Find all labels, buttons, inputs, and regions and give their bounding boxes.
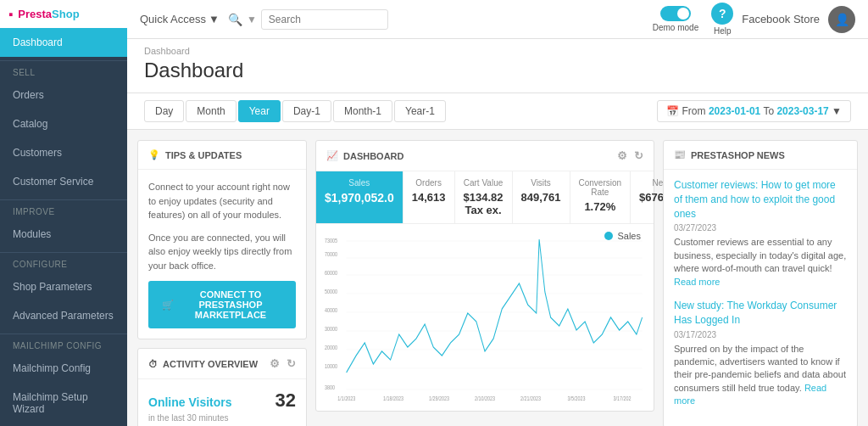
news-header: 📰 PRESTASHOP NEWS (664, 141, 857, 170)
logo-text: ▪ (8, 7, 13, 21)
news-title-1[interactable]: Customer reviews: How to get more of the… (674, 178, 847, 221)
demo-mode-toggle[interactable]: Demo mode (653, 6, 698, 32)
logo-label: PrestaShop (18, 8, 79, 20)
svg-text:73005: 73005 (325, 237, 337, 244)
stat-cart-label: Cart Value (464, 178, 504, 188)
online-visitors-metric: Online Visitors 32 in the last 30 minute… (148, 390, 296, 423)
stat-conversion[interactable]: Conversion Rate 1.72% (570, 171, 632, 223)
refresh-icon[interactable]: ↻ (634, 149, 643, 162)
avatar[interactable]: 👤 (828, 6, 855, 33)
stat-sales-value: $1,970,052.0 (325, 191, 394, 205)
news-text-1: Customer reviews are essential to any bu… (674, 236, 847, 289)
activity-body: Online Visitors 32 in the last 30 minute… (138, 379, 306, 426)
tips-icon: 💡 (148, 149, 160, 160)
news-text-2: Spurred on by the impact of the pandemic… (674, 343, 847, 408)
activity-header: ⏱ ACTIVITY OVERVIEW ⚙ ↻ (138, 349, 306, 379)
news-title-2[interactable]: New study: The Workday Consumer Has Logg… (674, 299, 847, 328)
svg-text:60000: 60000 (325, 269, 337, 276)
news-body: Customer reviews: How to get more of the… (664, 170, 857, 426)
chevron-down-icon: ▼ (209, 13, 220, 25)
activity-actions: ⚙ ↻ (270, 357, 296, 370)
sidebar-item-advanced-parameters[interactable]: Advanced Parameters (0, 301, 127, 330)
read-more-1[interactable]: Read more (674, 277, 720, 287)
chart-legend-dot (604, 232, 613, 240)
quick-access-button[interactable]: Quick Access ▼ (140, 13, 220, 25)
help-icon: ? (711, 3, 733, 25)
svg-text:10000: 10000 (325, 362, 337, 369)
news-item-2: New study: The Workday Consumer Has Logg… (674, 299, 847, 408)
content-body: 💡 TIPS & UPDATES Connect to your account… (127, 130, 868, 426)
tab-month[interactable]: Month (186, 100, 236, 122)
settings-icon[interactable]: ⚙ (270, 357, 280, 370)
svg-text:70000: 70000 (325, 250, 337, 257)
stat-cart-value[interactable]: Cart Value $134.82 Tax ex. (455, 171, 513, 223)
sidebar-item-shop-parameters[interactable]: Shop Parameters (0, 272, 127, 301)
stat-sales-label: Sales (325, 178, 394, 188)
sidebar-item-mailchimp-config[interactable]: Mailchimp Config (0, 354, 127, 383)
svg-text:50000: 50000 (325, 288, 337, 294)
quick-access-label: Quick Access (140, 13, 206, 25)
help-button[interactable]: ? Help (711, 3, 733, 36)
settings-icon[interactable]: ⚙ (617, 149, 627, 162)
svg-text:1/1/2023: 1/1/2023 (337, 395, 355, 401)
tab-day[interactable]: Day (144, 100, 184, 122)
dashboard-card-header: 📈 DASHBOARD ⚙ ↻ (316, 141, 654, 171)
sidebar-section-configure: CONFIGURE (0, 252, 127, 272)
date-filter-bar: Day Month Year Day-1 Month-1 Year-1 📅 Fr… (127, 93, 868, 130)
stat-visits-value: 849,761 (521, 191, 561, 204)
chart-icon: 📈 (326, 150, 338, 161)
stat-conv-label: Conversion Rate (579, 178, 622, 197)
date-range-picker[interactable]: 📅 From 2023-01-01 To 2023-03-17 ▼ (657, 100, 851, 122)
svg-text:3/17/202: 3/17/202 (614, 395, 632, 401)
sidebar-section-sell: SELL (0, 60, 127, 81)
sidebar-item-customer-service[interactable]: Customer Service (0, 167, 127, 196)
svg-text:1/18/2023: 1/18/2023 (383, 395, 403, 401)
svg-text:40000: 40000 (325, 306, 337, 313)
sidebar-section-improve: IMPROVE (0, 199, 127, 220)
sidebar-item-dashboard[interactable]: Dashboard (0, 28, 127, 57)
sidebar-item-orders[interactable]: Orders (0, 81, 127, 109)
tips-text-2: Once you are connected, you will also en… (148, 231, 296, 273)
online-visitors-title[interactable]: Online Visitors (148, 395, 232, 409)
search-dropdown-icon[interactable]: ▼ (247, 14, 257, 25)
stat-orders-label: Orders (412, 178, 446, 188)
search-input[interactable] (261, 9, 388, 30)
sidebar-item-modules[interactable]: Modules (0, 220, 127, 249)
tab-year[interactable]: Year (238, 100, 281, 122)
svg-text:20000: 20000 (325, 344, 337, 350)
left-column: 💡 TIPS & UPDATES Connect to your account… (137, 140, 307, 426)
sidebar-item-catalog[interactable]: Catalog (0, 109, 127, 138)
sidebar-item-mailchimp-wizard[interactable]: Mailchimp Setup Wizard (0, 383, 127, 423)
clock-icon: ⏱ (148, 359, 158, 369)
dashboard-card: 📈 DASHBOARD ⚙ ↻ Sales $1,970,052.0 Order… (315, 140, 654, 412)
stat-orders[interactable]: Orders 14,613 (403, 171, 455, 223)
stat-visits-label: Visits (521, 178, 561, 188)
svg-text:2/21/2023: 2/21/2023 (520, 395, 541, 401)
tab-year-1[interactable]: Year-1 (394, 100, 446, 122)
news-card: 📰 PRESTASHOP NEWS Customer reviews: How … (663, 140, 858, 426)
main-content: Quick Access ▼ 🔍 ▼ Demo mode ? Help Face… (127, 0, 868, 426)
sidebar-section-mailchimp: MAILCHIMP CONFIG (0, 334, 127, 354)
refresh-icon[interactable]: ↻ (287, 357, 296, 370)
news-item-1: Customer reviews: How to get more of the… (674, 178, 847, 289)
stat-visits[interactable]: Visits 849,761 (513, 171, 570, 223)
stat-conv-value: 1.72% (579, 200, 622, 213)
svg-text:3800: 3800 (325, 384, 335, 390)
demo-mode-label: Demo mode (653, 23, 698, 32)
activity-card: ⏱ ACTIVITY OVERVIEW ⚙ ↻ Online Visitors … (137, 348, 307, 426)
right-column: 📰 PRESTASHOP NEWS Customer reviews: How … (663, 140, 858, 426)
stat-orders-value: 14,613 (412, 191, 446, 204)
topbar: Quick Access ▼ 🔍 ▼ Demo mode ? Help Face… (127, 0, 868, 39)
sales-chart: 73005 70000 60000 50000 40000 30000 2000… (325, 233, 645, 402)
stat-sales[interactable]: Sales $1,970,052.0 (316, 171, 403, 223)
online-visitors-sub: in the last 30 minutes (148, 413, 296, 423)
tab-day-1[interactable]: Day-1 (282, 100, 331, 122)
sidebar-item-customers[interactable]: Customers (0, 138, 127, 167)
chart-area: Sales 73005 70000 60000 50000 40000 3000… (316, 224, 654, 411)
connect-button[interactable]: 🛒 CONNECT TO PRESTASHOP MARKETPLACE (148, 281, 296, 328)
sidebar-logo[interactable]: ▪ PrestaShop (0, 0, 127, 28)
store-name: Facebook Store (742, 13, 820, 25)
page-title: Dashboard (144, 59, 851, 82)
tab-month-1[interactable]: Month-1 (333, 100, 392, 122)
cart-icon: 🛒 (162, 300, 174, 311)
